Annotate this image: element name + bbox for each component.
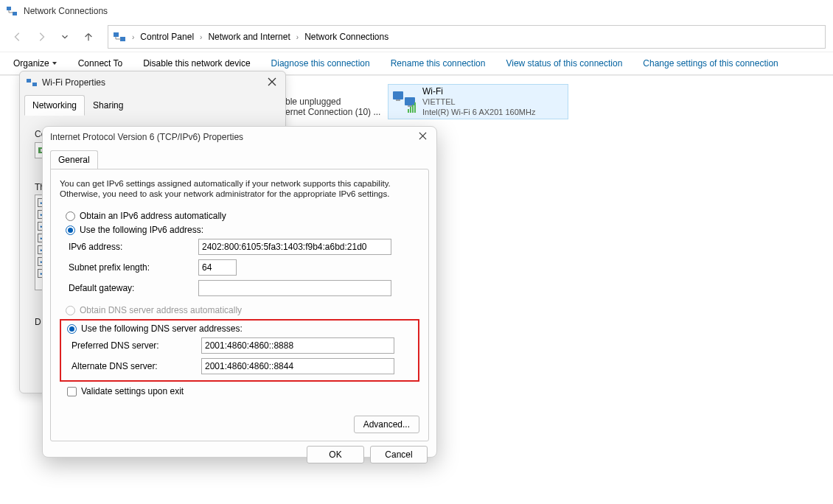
view-status-button[interactable]: View status of this connection bbox=[506, 58, 622, 69]
ethernet-partial-line1: ble unplugged bbox=[285, 97, 341, 107]
svg-rect-0 bbox=[7, 7, 11, 10]
label-preferred-dns: Preferred DNS server: bbox=[72, 340, 201, 351]
label-subnet-prefix: Subnet prefix length: bbox=[69, 262, 198, 273]
ok-button[interactable]: OK bbox=[307, 446, 364, 463]
radio-icon bbox=[66, 225, 75, 235]
chevron-right-icon: › bbox=[296, 33, 299, 41]
svg-rect-10 bbox=[412, 105, 414, 113]
svg-rect-4 bbox=[393, 91, 403, 99]
ipv6-dialog-titlebar: Internet Protocol Version 6 (TCP/IPv6) P… bbox=[43, 127, 436, 147]
radio-icon bbox=[66, 306, 75, 315]
svg-rect-5 bbox=[396, 99, 400, 101]
input-subnet-prefix[interactable] bbox=[198, 259, 237, 276]
radio-icon bbox=[66, 211, 75, 221]
tab-sharing[interactable]: Sharing bbox=[85, 95, 131, 116]
radio-icon bbox=[67, 324, 77, 334]
ipv6-properties-dialog: Internet Protocol Version 6 (TCP/IPv6) P… bbox=[42, 126, 437, 458]
back-button[interactable] bbox=[7, 27, 28, 47]
svg-rect-12 bbox=[27, 79, 31, 83]
svg-rect-9 bbox=[410, 107, 411, 113]
svg-rect-8 bbox=[408, 109, 409, 113]
network-connections-icon bbox=[113, 30, 126, 43]
nav-row: › Control Panel › Network and Internet ›… bbox=[0, 22, 833, 52]
close-icon[interactable] bbox=[419, 132, 429, 142]
tab-general[interactable]: General bbox=[50, 150, 98, 169]
label-alternate-dns: Alternate DNS server: bbox=[72, 361, 201, 371]
svg-rect-2 bbox=[114, 32, 119, 37]
connection-name: Wi-Fi bbox=[422, 86, 535, 97]
label-default-gateway: Default gateway: bbox=[69, 283, 198, 293]
checkbox-validate-on-exit[interactable]: Validate settings upon exit bbox=[67, 386, 419, 396]
ipv6-dialog-body: You can get IPv6 settings assigned autom… bbox=[50, 169, 429, 441]
input-ipv6-address[interactable] bbox=[198, 239, 391, 255]
checkbox-icon bbox=[67, 387, 77, 396]
svg-rect-7 bbox=[408, 105, 412, 107]
dns-highlight-box: Use the following DNS server addresses: … bbox=[60, 319, 419, 382]
svg-rect-13 bbox=[32, 83, 37, 86]
diagnose-connection-button[interactable]: Diagnose this connection bbox=[271, 58, 370, 69]
advanced-button[interactable]: Advanced... bbox=[354, 416, 419, 433]
input-default-gateway[interactable] bbox=[198, 280, 391, 296]
breadcrumb-network-internet[interactable]: Network and Internet bbox=[205, 30, 293, 43]
close-icon[interactable] bbox=[268, 77, 279, 88]
radio-use-ipv6-address[interactable]: Use the following IPv6 address: bbox=[66, 225, 419, 235]
wifi-adapter-icon bbox=[391, 88, 418, 115]
address-bar[interactable]: › Control Panel › Network and Internet ›… bbox=[108, 25, 826, 49]
ipv6-dialog-title: Internet Protocol Version 6 (TCP/IPv6) P… bbox=[50, 132, 243, 142]
wifi-dialog-title: Wi-Fi Properties bbox=[42, 77, 105, 88]
chevron-right-icon: › bbox=[132, 33, 134, 41]
input-preferred-dns[interactable] bbox=[201, 337, 394, 354]
window-title: Network Connections bbox=[24, 6, 108, 16]
recent-dropdown[interactable] bbox=[55, 27, 75, 47]
radio-obtain-ipv6-auto[interactable]: Obtain an IPv6 address automatically bbox=[66, 211, 419, 221]
rename-connection-button[interactable]: Rename this connection bbox=[391, 58, 486, 69]
svg-rect-3 bbox=[120, 37, 125, 41]
change-settings-button[interactable]: Change settings of this connection bbox=[643, 58, 778, 69]
breadcrumb-network-connections[interactable]: Network Connections bbox=[302, 30, 391, 43]
chevron-right-icon: › bbox=[200, 33, 202, 41]
window-titlebar: Network Connections bbox=[0, 0, 833, 22]
ethernet-partial-line2: ernet Connection (10) ... bbox=[285, 107, 380, 117]
disable-device-button[interactable]: Disable this network device bbox=[143, 58, 250, 69]
label-ipv6-address: IPv6 address: bbox=[69, 242, 198, 252]
input-alternate-dns[interactable] bbox=[201, 358, 394, 374]
connection-adapter: Intel(R) Wi-Fi 6 AX201 160MHz bbox=[422, 107, 535, 117]
connect-to-button[interactable]: Connect To bbox=[78, 58, 123, 69]
wifi-dialog-titlebar: Wi-Fi Properties bbox=[20, 71, 285, 94]
radio-obtain-dns-auto: Obtain DNS server address automatically bbox=[66, 305, 419, 315]
connection-item-wifi[interactable]: Wi-Fi VIETTEL Intel(R) Wi-Fi 6 AX201 160… bbox=[388, 84, 568, 119]
up-button[interactable] bbox=[78, 27, 99, 47]
svg-rect-11 bbox=[414, 102, 416, 113]
radio-use-dns[interactable]: Use the following DNS server addresses: bbox=[67, 323, 414, 334]
tab-networking[interactable]: Networking bbox=[24, 95, 85, 116]
adapter-icon bbox=[26, 77, 38, 88]
cancel-button[interactable]: Cancel bbox=[370, 446, 428, 463]
svg-rect-6 bbox=[405, 97, 415, 105]
network-icon bbox=[6, 5, 18, 17]
organize-menu[interactable]: Organize bbox=[13, 58, 57, 69]
breadcrumb-control-panel[interactable]: Control Panel bbox=[137, 30, 197, 43]
forward-button[interactable] bbox=[31, 27, 52, 47]
ipv6-description: You can get IPv6 settings assigned autom… bbox=[60, 178, 419, 199]
connection-network: VIETTEL bbox=[422, 97, 535, 107]
